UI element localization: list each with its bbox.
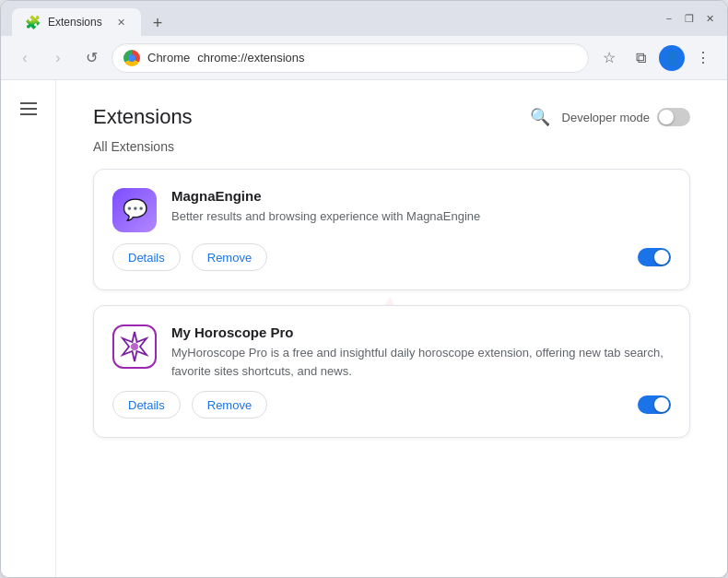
- horoscope-enabled-toggle[interactable]: [638, 395, 671, 414]
- magna-icon-symbol: 💬: [123, 198, 147, 222]
- extension-name-horoscope: My Horoscope Pro: [171, 324, 671, 340]
- navbar: ‹ › ↺ Chrome chrome://extensions ☆ ⧉ 👤 ⋮: [1, 36, 727, 80]
- page-title: Extensions: [93, 105, 193, 129]
- horoscope-icon-svg: [118, 330, 151, 363]
- search-icon[interactable]: 🔍: [525, 102, 555, 132]
- nav-icon-group: ☆ ⧉ 👤 ⋮: [596, 45, 716, 71]
- magna-remove-button[interactable]: Remove: [192, 243, 267, 271]
- browser-window: 🧩 Extensions ✕ + − ❐ ✕ ‹ › ↺ Chrome chro…: [0, 0, 728, 578]
- extension-card-horoscope: My Horoscope Pro MyHoroscope Pro is a fr…: [93, 305, 690, 438]
- extension-card-top-horo: My Horoscope Pro MyHoroscope Pro is a fr…: [112, 324, 671, 380]
- horoscope-remove-button[interactable]: Remove: [192, 391, 267, 419]
- bookmark-button[interactable]: ☆: [596, 45, 622, 71]
- extension-actions-horoscope: Details Remove: [112, 391, 671, 419]
- svg-point-1: [131, 343, 138, 350]
- title-row: Extensions: [93, 105, 193, 129]
- extension-info-horoscope: My Horoscope Pro MyHoroscope Pro is a fr…: [171, 324, 671, 380]
- extensions-header: Extensions 🔍 Developer mode: [93, 102, 690, 132]
- profile-button[interactable]: 👤: [659, 45, 685, 71]
- extension-desc-magna: Better results and browsing experience w…: [171, 207, 671, 226]
- back-button[interactable]: ‹: [12, 45, 38, 71]
- new-tab-button[interactable]: +: [145, 10, 170, 36]
- sidebar: [1, 80, 56, 577]
- window-controls: − ❐ ✕: [663, 12, 716, 25]
- hamburger-line-2: [20, 108, 37, 110]
- menu-button[interactable]: ⋮: [690, 45, 716, 71]
- minimize-button[interactable]: −: [663, 12, 675, 25]
- chrome-logo-icon: [123, 50, 140, 66]
- tab-strip: 🧩 Extensions ✕ +: [12, 1, 653, 36]
- hamburger-line-1: [20, 102, 37, 104]
- extension-card-magna: 💬 MagnaEngine Better results and browsin…: [93, 169, 690, 290]
- developer-mode-row: 🔍 Developer mode: [525, 102, 690, 132]
- address-text: chrome://extensions: [197, 51, 577, 65]
- titlebar: 🧩 Extensions ✕ + − ❐ ✕: [1, 1, 727, 36]
- tab-close-button[interactable]: ✕: [113, 15, 128, 29]
- active-tab[interactable]: 🧩 Extensions ✕: [12, 8, 141, 36]
- extension-actions-magna: Details Remove: [112, 243, 671, 271]
- magna-toggle-wrap: [638, 248, 671, 266]
- extensions-list: 💬 MagnaEngine Better results and browsin…: [93, 169, 690, 438]
- extension-card-top: 💬 MagnaEngine Better results and browsin…: [112, 188, 671, 232]
- developer-mode-toggle[interactable]: [657, 108, 690, 126]
- extension-icon-horoscope: [112, 324, 157, 369]
- chrome-label: Chrome: [147, 51, 190, 65]
- tab-label: Extensions: [48, 16, 102, 29]
- extension-name-magna: MagnaEngine: [171, 188, 671, 204]
- developer-mode-label: Developer mode: [562, 111, 650, 124]
- hamburger-line-3: [20, 113, 37, 115]
- extension-desc-horoscope: MyHoroscope Pro is a free and insightful…: [171, 344, 671, 380]
- close-button[interactable]: ✕: [703, 12, 716, 25]
- horoscope-toggle-wrap: [638, 395, 671, 414]
- address-bar[interactable]: Chrome chrome://extensions: [112, 43, 589, 73]
- horoscope-details-button[interactable]: Details: [112, 391, 181, 419]
- restore-button[interactable]: ❐: [683, 12, 696, 25]
- magna-enabled-toggle[interactable]: [638, 248, 671, 266]
- reload-button[interactable]: ↺: [78, 45, 104, 71]
- tab-favicon: 🧩: [25, 15, 41, 29]
- extensions-main: ⚠ Extensions 🔍 Developer mode All Extens…: [56, 80, 727, 577]
- profile-icon: 👤: [664, 51, 680, 65]
- section-label: All Extensions: [93, 139, 690, 154]
- forward-button[interactable]: ›: [45, 45, 71, 71]
- hamburger-menu-button[interactable]: [13, 95, 44, 123]
- magna-details-button[interactable]: Details: [112, 243, 181, 271]
- extensions-page: ⚠ Extensions 🔍 Developer mode All Extens…: [1, 80, 727, 577]
- extensions-button[interactable]: ⧉: [628, 45, 653, 71]
- extension-icon-magna: 💬: [112, 188, 157, 232]
- extension-info-magna: MagnaEngine Better results and browsing …: [171, 188, 671, 226]
- page-content: ⚠ Extensions 🔍 Developer mode All Extens…: [1, 80, 727, 577]
